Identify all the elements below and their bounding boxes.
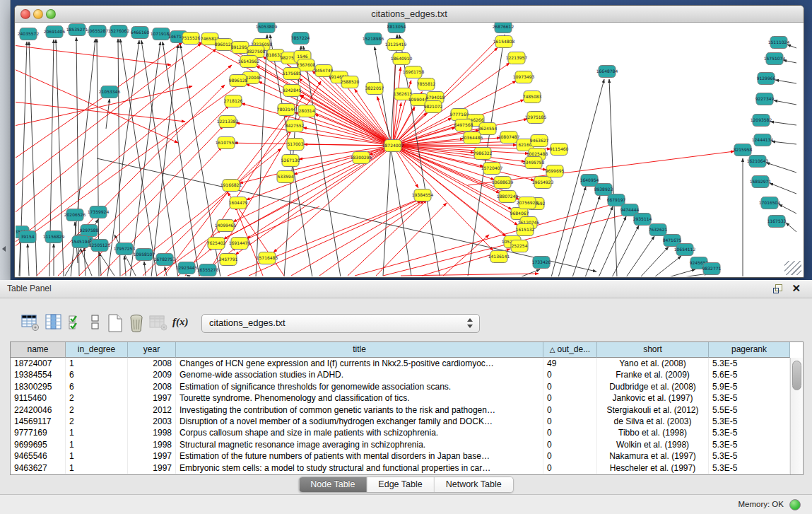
graph-node[interactable]: 12093582 — [751, 115, 772, 127]
column-header-name[interactable]: name — [11, 342, 66, 358]
graph-node[interactable]: 1167533 — [767, 216, 787, 228]
window-resize-grip[interactable] — [784, 261, 801, 275]
table-vertical-scrollbar[interactable] — [790, 358, 803, 474]
graph-edge[interactable] — [779, 204, 796, 214]
graph-node[interactable]: 21053346 — [99, 86, 121, 98]
graph-edge[interactable] — [640, 247, 669, 276]
graph-node[interactable]: 15751074 — [764, 53, 786, 65]
graph-node[interactable]: 7632621 — [649, 224, 668, 236]
table-row[interactable]: 946554611997Estimation of the future num… — [11, 450, 790, 462]
graph-node[interactable]: 20206526 — [64, 209, 86, 221]
graph-node[interactable]: 17359924 — [88, 206, 110, 218]
graph-edge[interactable] — [100, 252, 101, 276]
memory-status-icon[interactable] — [789, 499, 801, 510]
table-row[interactable]: 969969511998Structural magnetic resonanc… — [11, 439, 790, 450]
graph-node[interactable]: 9777169 — [450, 109, 469, 121]
graph-node[interactable]: 7803144 — [277, 104, 296, 116]
graph-node[interactable]: 16154808 — [493, 36, 515, 48]
graph-node[interactable]: 5267130 — [281, 155, 300, 167]
column-header-short[interactable]: short — [597, 342, 709, 358]
graph-node[interactable]: 9297588 — [80, 225, 99, 237]
new-column-button[interactable] — [106, 313, 126, 333]
graph-node[interactable]: 2718126 — [224, 95, 243, 107]
graph-edge[interactable] — [599, 216, 626, 276]
graph-edge[interactable] — [393, 146, 493, 250]
graph-node[interactable]: 12213957 — [506, 52, 528, 64]
graph-node[interactable]: 13125419 — [385, 39, 407, 51]
graph-node[interactable]: 39154 — [19, 231, 36, 243]
graph-node[interactable]: 16210643 — [747, 156, 769, 168]
graph-edge[interactable] — [766, 163, 796, 173]
graph-node[interactable]: 9242845 — [283, 85, 302, 97]
graph-node[interactable]: 1733426 — [532, 257, 551, 269]
graph-node[interactable]: 12444134 — [752, 134, 774, 146]
graph-node[interactable]: 18535271 — [66, 24, 88, 36]
graph-node[interactable]: 9699695 — [546, 165, 565, 177]
graph-node[interactable]: 8427552 — [286, 120, 305, 132]
graph-node[interactable]: 20364486 — [461, 132, 483, 144]
graph-node[interactable]: 16648784 — [596, 66, 618, 78]
graph-node[interactable]: 517003 — [287, 139, 304, 151]
graph-node[interactable]: 3624554 — [478, 123, 498, 135]
graph-node[interactable]: 12923445 — [176, 262, 198, 274]
float-panel-icon[interactable] — [773, 284, 782, 293]
graph-edge[interactable] — [393, 118, 452, 146]
graph-node[interactable]: 3457791 — [219, 254, 238, 266]
graph-edge[interactable] — [787, 45, 796, 48]
graph-edge[interactable] — [770, 122, 796, 125]
table-row[interactable]: 946362711997Embryonic stem cells: a mode… — [11, 462, 790, 474]
graph-node[interactable]: 7857224 — [291, 33, 310, 45]
graph-node[interactable]: 2588520 — [341, 76, 360, 88]
graph-edge[interactable] — [609, 79, 617, 276]
graph-edge[interactable] — [393, 146, 513, 241]
graph-node[interactable]: 17957253 — [114, 243, 136, 255]
graph-node[interactable]: 3822057 — [365, 83, 384, 95]
graph-node[interactable]: 7515526 — [182, 33, 201, 45]
graph-edge[interactable] — [304, 144, 393, 146]
graph-node[interactable]: 19166821 — [220, 180, 242, 192]
graph-node[interactable]: 11156829 — [43, 231, 65, 243]
table-mode-button[interactable] — [21, 313, 41, 333]
graph-node[interactable]: 1604479 — [229, 197, 248, 209]
graph-node[interactable]: 26876612 — [493, 23, 514, 33]
graph-node[interactable]: 7625402 — [207, 238, 226, 250]
graph-node[interactable]: 9832771 — [702, 263, 722, 275]
graph-edge[interactable] — [775, 80, 796, 83]
graph-node[interactable]: 16107553 — [216, 137, 237, 149]
table-selector-combo[interactable]: citations_edges.txt — [201, 314, 480, 333]
graph-edge[interactable] — [355, 89, 393, 146]
graph-node[interactable]: 2935114 — [633, 214, 652, 226]
graph-edge[interactable] — [375, 47, 411, 276]
graph-edge[interactable] — [28, 244, 29, 276]
graph-edge[interactable] — [16, 65, 178, 143]
graph-node[interactable]: 7485083 — [523, 91, 542, 103]
graph-node[interactable]: 10688639 — [492, 177, 514, 189]
graph-edge[interactable] — [520, 269, 540, 276]
graph-node[interactable]: 252254 — [511, 240, 528, 252]
graph-edge[interactable] — [654, 256, 681, 276]
graph-edge[interactable] — [355, 203, 618, 276]
network-canvas[interactable]: 2403557220691406185352711065528715276062… — [16, 23, 803, 276]
graph-node[interactable]: 9227349 — [755, 93, 775, 105]
graph-node[interactable]: 19384554 — [412, 189, 434, 201]
graph-node[interactable]: 20691406 — [44, 26, 66, 38]
table-row[interactable]: 1456911722003Disruption of a novel membe… — [11, 416, 790, 427]
graph-edge[interactable] — [256, 66, 393, 146]
graph-node[interactable]: 15218986 — [363, 33, 384, 45]
tab-node-table[interactable]: Node Table — [299, 477, 367, 492]
graph-edge[interactable] — [770, 183, 796, 194]
graph-edge[interactable] — [16, 100, 185, 122]
delete-column-button[interactable] — [127, 313, 147, 333]
graph-node[interactable]: 15720407 — [481, 163, 503, 175]
graph-node[interactable]: 16355278 — [197, 264, 219, 276]
graph-node[interactable]: 8215958 — [734, 144, 753, 156]
graph-node[interactable]: 16543562 — [238, 56, 260, 68]
table-row[interactable]: 1872400712008Changes of HCN gene express… — [11, 358, 790, 369]
graph-node[interactable]: 9896128 — [229, 75, 248, 87]
graph-node[interactable]: 12213383 — [217, 116, 239, 128]
graph-edge[interactable] — [240, 146, 393, 183]
graph-node[interactable]: 10958107 — [134, 249, 155, 261]
function-builder-button[interactable]: f(x) — [172, 316, 189, 328]
graph-node[interactable]: 20756928 — [517, 197, 539, 209]
graph-node[interactable]: 5175685 — [283, 68, 302, 80]
